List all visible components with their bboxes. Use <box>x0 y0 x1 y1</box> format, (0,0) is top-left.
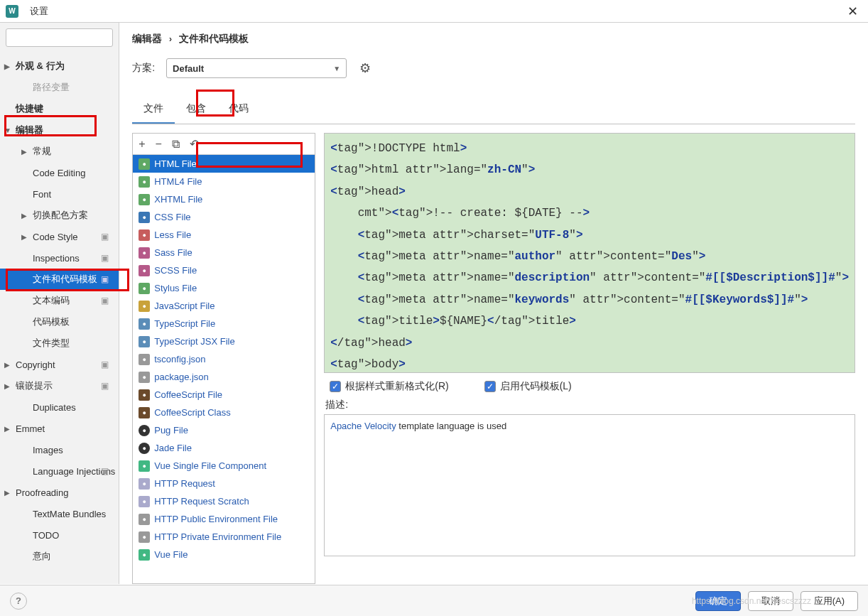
sidebar-item[interactable]: ▶常规 <box>0 141 119 162</box>
sidebar-item[interactable]: 快捷键 <box>0 98 119 119</box>
file-name: Less File <box>154 229 191 240</box>
scheme-value: Default <box>173 63 204 74</box>
tab-2[interactable]: 代码 <box>217 98 260 124</box>
check-icon: ✓ <box>330 381 341 392</box>
ok-button[interactable]: 确定 <box>695 591 741 611</box>
chevron-right-icon: › <box>169 34 172 44</box>
close-icon[interactable]: ✕ <box>843 2 862 21</box>
sidebar-item-label: Copyright <box>16 360 55 370</box>
template-list-item[interactable]: ●HTML4 File <box>133 173 315 190</box>
file-type-icon: ● <box>139 229 150 241</box>
template-list-item[interactable]: ●Sass File <box>133 244 315 261</box>
apply-button[interactable]: 应用(A) <box>801 591 858 611</box>
sidebar-item-label: 代码模板 <box>33 315 70 328</box>
sidebar-item[interactable]: 路径变量 <box>0 77 119 98</box>
scheme-combobox[interactable]: Default ▼ <box>166 58 347 78</box>
sidebar-item[interactable]: ▶Emmet <box>0 418 119 439</box>
sidebar-item-label: 外观 & 行为 <box>16 60 65 72</box>
sidebar-item[interactable]: Code Editing <box>0 162 119 183</box>
sidebar-item[interactable]: 代码模板 <box>0 311 119 333</box>
sidebar-item[interactable]: ▼编辑器 <box>0 119 119 141</box>
settings-tree[interactable]: ▶外观 & 行为路径变量快捷键▼编辑器▶常规Code EditingFont▶切… <box>0 53 119 584</box>
remove-icon[interactable]: − <box>156 138 162 151</box>
sidebar-item[interactable]: ▶外观 & 行为 <box>0 55 119 77</box>
velocity-link[interactable]: Apache Velocity <box>330 421 396 431</box>
description-text: template language is used <box>396 421 506 431</box>
tab-1[interactable]: 包含 <box>175 98 217 124</box>
breadcrumb: 编辑器 › 文件和代码模板 <box>132 33 855 45</box>
template-list-item[interactable]: ●CoffeeScript Class <box>133 404 315 421</box>
template-list-item[interactable]: ●SCSS File <box>133 261 315 279</box>
cancel-button[interactable]: 取消 <box>748 591 793 611</box>
template-list-item[interactable]: ●Jade File <box>133 439 315 457</box>
sidebar-item[interactable]: Language Injections▣ <box>0 460 119 482</box>
file-name: HTTP Public Environment File <box>154 514 278 524</box>
sidebar-item[interactable]: ▶切换配色方案 <box>0 205 119 226</box>
project-scope-icon: ▣ <box>101 466 109 476</box>
sidebar-item[interactable]: 文件类型 <box>0 333 119 354</box>
template-list-item[interactable]: ●XHTML File <box>133 190 315 208</box>
template-list-item[interactable]: ●Vue Single File Component <box>133 457 315 475</box>
tab-0[interactable]: 文件 <box>132 98 175 124</box>
sidebar-item[interactable]: Inspections▣ <box>0 247 119 269</box>
template-list-item[interactable]: ●package.json <box>133 368 315 386</box>
live-template-checkbox[interactable]: ✓启用代码模板(L) <box>484 380 572 393</box>
template-list-item[interactable]: ●TypeScript File <box>133 315 315 333</box>
template-list-item[interactable]: ●HTTP Request Scratch <box>133 492 315 510</box>
sidebar-item[interactable]: 文件和代码模板▣ <box>0 269 119 290</box>
sidebar-item[interactable]: TextMate Bundles <box>0 503 119 524</box>
undo-icon[interactable]: ↶ <box>190 137 199 151</box>
file-type-icon: ● <box>139 283 150 294</box>
file-type-icon: ● <box>139 443 150 454</box>
sidebar-item-label: Code Editing <box>33 168 85 178</box>
template-list-item[interactable]: ●CoffeeScript File <box>133 386 315 404</box>
sidebar-item[interactable]: ▶Proofreading <box>0 482 119 503</box>
file-type-icon: ● <box>139 514 150 525</box>
gear-icon[interactable]: ⚙ <box>359 60 371 76</box>
file-name: JavaScript File <box>154 301 215 311</box>
sidebar-item[interactable]: ▶Code Style▣ <box>0 226 119 247</box>
sidebar-item[interactable]: Font <box>0 183 119 205</box>
template-file-list[interactable]: ●HTML File●HTML4 File●XHTML File●CSS Fil… <box>133 155 315 583</box>
sidebar-item-label: 路径变量 <box>33 81 70 94</box>
sidebar-item-label: 常规 <box>33 145 51 158</box>
file-type-icon: ● <box>139 265 150 276</box>
template-list-item[interactable]: ●JavaScript File <box>133 297 315 315</box>
sidebar-item[interactable]: TODO <box>0 524 119 546</box>
template-list-item[interactable]: ●Vue File <box>133 546 315 563</box>
template-list-item[interactable]: ●Stylus File <box>133 279 315 297</box>
template-list-item[interactable]: ●Pug File <box>133 421 315 439</box>
sidebar-item[interactable]: 意向 <box>0 546 119 567</box>
sidebar-item[interactable]: ▶镶嵌提示▣ <box>0 375 119 396</box>
expand-icon: ▶ <box>21 212 27 220</box>
add-icon[interactable]: + <box>139 138 145 151</box>
help-icon[interactable]: ? <box>10 593 27 610</box>
reformat-checkbox[interactable]: ✓根据样式重新格式化(R) <box>330 380 448 393</box>
file-name: TypeScript File <box>154 318 215 329</box>
sidebar-item-label: 镶嵌提示 <box>16 379 53 392</box>
sidebar-item-label: 快捷键 <box>16 102 43 115</box>
copy-icon[interactable]: ⧉ <box>172 138 180 151</box>
template-code-editor[interactable]: <tag">!DOCTYPE html> <tag">html attr">la… <box>324 133 855 373</box>
sidebar-item[interactable]: ▶Copyright▣ <box>0 354 119 375</box>
template-list-item[interactable]: ●CSS File <box>133 208 315 226</box>
template-list-item[interactable]: ●tsconfig.json <box>133 350 315 368</box>
file-name: SCSS File <box>154 265 197 276</box>
template-list-item[interactable]: ●Less File <box>133 226 315 244</box>
scheme-label: 方案: <box>132 62 155 75</box>
file-name: Stylus File <box>154 283 197 293</box>
template-list-item[interactable]: ●HTML File <box>133 155 315 173</box>
chevron-down-icon: ▼ <box>333 65 340 72</box>
sidebar-item[interactable]: 文本编码▣ <box>0 290 119 311</box>
sidebar-item[interactable]: Duplicates <box>0 396 119 418</box>
template-list-item[interactable]: ●HTTP Request <box>133 475 315 492</box>
sidebar-item[interactable]: Images <box>0 439 119 460</box>
template-list-item[interactable]: ●HTTP Private Environment File <box>133 528 315 546</box>
search-input[interactable] <box>6 28 113 47</box>
template-list-item[interactable]: ●TypeScript JSX File <box>133 333 315 350</box>
breadcrumb-part: 编辑器 <box>132 33 162 44</box>
project-scope-icon: ▣ <box>101 232 109 242</box>
sidebar-item-label: 文件类型 <box>33 337 70 350</box>
template-list-item[interactable]: ●HTTP Public Environment File <box>133 510 315 528</box>
file-name: HTML4 File <box>154 176 202 187</box>
